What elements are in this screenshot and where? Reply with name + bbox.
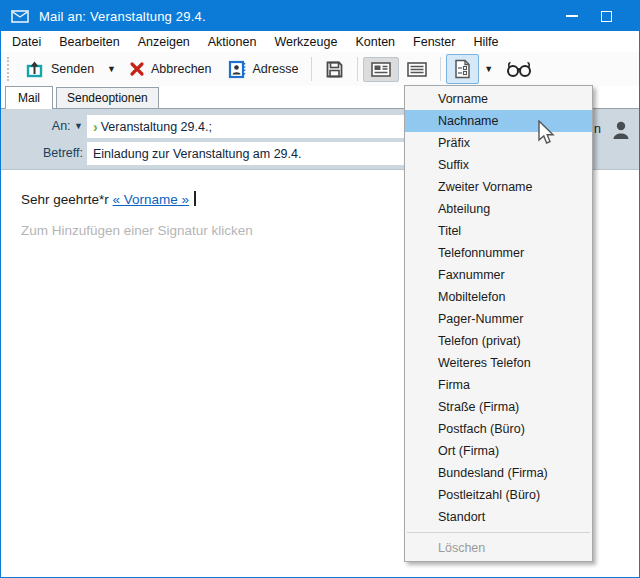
titlebar: Mail an: Veranstaltung 29.4. bbox=[1, 1, 639, 31]
save-icon bbox=[325, 60, 344, 79]
window-controls bbox=[555, 1, 639, 31]
text-cursor bbox=[194, 191, 196, 206]
toolbar-separator bbox=[311, 57, 312, 81]
menu-item-titel[interactable]: Titel bbox=[405, 220, 592, 242]
send-dropdown-caret[interactable]: ▼ bbox=[102, 60, 121, 78]
menu-hilfe[interactable]: Hilfe bbox=[464, 33, 507, 51]
layout-full-icon bbox=[407, 62, 427, 77]
menu-item-pager-nummer[interactable]: Pager-Nummer bbox=[405, 308, 592, 330]
menu-item-vorname[interactable]: Vorname bbox=[405, 88, 592, 110]
to-label-text: An: bbox=[52, 119, 71, 133]
maximize-button[interactable] bbox=[589, 1, 623, 31]
menu-item-standort[interactable]: Standort bbox=[405, 506, 592, 528]
send-button[interactable]: Senden bbox=[17, 54, 102, 84]
person-icon bbox=[610, 119, 632, 143]
send-icon bbox=[25, 59, 45, 79]
address-button[interactable]: Adresse bbox=[220, 55, 307, 84]
menu-konten[interactable]: Konten bbox=[346, 33, 404, 51]
menu-item-loeschen: Löschen bbox=[405, 537, 592, 559]
compose-window: Mail an: Veranstaltung 29.4. Datei Bearb… bbox=[0, 0, 640, 578]
tab-sendeoptionen[interactable]: Sendeoptionen bbox=[56, 87, 159, 108]
toolbar-separator bbox=[440, 57, 441, 81]
menu-werkzeuge[interactable]: Werkzeuge bbox=[265, 33, 346, 51]
menu-aktionen[interactable]: Aktionen bbox=[199, 33, 266, 51]
menu-item-weiteres-telefon[interactable]: Weiteres Telefon bbox=[405, 352, 592, 374]
cancel-label: Abbrechen bbox=[151, 62, 211, 76]
menu-fenster[interactable]: Fenster bbox=[404, 33, 464, 51]
read-mode-button[interactable] bbox=[498, 55, 540, 83]
partially-hidden-link-text[interactable]: n bbox=[594, 122, 601, 136]
menu-item-telefonnummer[interactable]: Telefonnummer bbox=[405, 242, 592, 264]
tab-mail[interactable]: Mail bbox=[5, 86, 53, 109]
glasses-icon bbox=[506, 60, 532, 78]
layout-full-button[interactable] bbox=[399, 57, 435, 82]
minimize-icon bbox=[566, 15, 578, 17]
menu-item-suffix[interactable]: Suffix bbox=[405, 154, 592, 176]
maximize-icon bbox=[601, 11, 612, 22]
menu-item-faxnummer[interactable]: Faxnummer bbox=[405, 264, 592, 286]
menu-item-abteilung[interactable]: Abteilung bbox=[405, 198, 592, 220]
cancel-x-icon bbox=[129, 61, 145, 77]
to-label[interactable]: An: ▼ bbox=[1, 119, 83, 133]
merge-field-button[interactable] bbox=[446, 54, 479, 84]
merge-field-dropdown-caret[interactable]: ▼ bbox=[479, 60, 498, 78]
layout-split-icon bbox=[371, 62, 391, 77]
layout-split-button[interactable] bbox=[363, 57, 399, 82]
menu-datei[interactable]: Datei bbox=[3, 33, 50, 51]
menu-item-mobiltelefon[interactable]: Mobiltelefon bbox=[405, 286, 592, 308]
toolbar: Senden ▼ Abbrechen Adresse bbox=[1, 52, 639, 86]
merge-field-icon bbox=[454, 59, 471, 79]
toolbar-grip[interactable] bbox=[7, 57, 11, 81]
envelope-icon bbox=[11, 10, 29, 23]
send-label: Senden bbox=[51, 62, 94, 76]
merge-field-dropdown-menu: Vorname Nachname Präfix Suffix Zweiter V… bbox=[404, 85, 593, 562]
to-dropdown-caret: ▼ bbox=[74, 121, 83, 131]
menu-item-bundesland-firma[interactable]: Bundesland (Firma) bbox=[405, 462, 592, 484]
address-label: Adresse bbox=[253, 62, 299, 76]
group-expand-chevron[interactable]: › bbox=[93, 120, 98, 134]
address-book-icon bbox=[228, 60, 247, 79]
menu-item-postfach-buero[interactable]: Postfach (Büro) bbox=[405, 418, 592, 440]
menu-item-firma[interactable]: Firma bbox=[405, 374, 592, 396]
menu-separator bbox=[407, 532, 590, 533]
subject-value: Einladung zur Veranstaltung am 29.4. bbox=[93, 147, 301, 161]
subject-label-text: Betreff: bbox=[43, 146, 83, 160]
menu-item-zweiter-vorname[interactable]: Zweiter Vorname bbox=[405, 176, 592, 198]
menu-item-ort-firma[interactable]: Ort (Firma) bbox=[405, 440, 592, 462]
greeting-text: Sehr geehrte*r bbox=[21, 192, 109, 207]
to-value: Veranstaltung 29.4.; bbox=[101, 120, 212, 134]
minimize-button[interactable] bbox=[555, 1, 589, 31]
subject-label: Betreff: bbox=[1, 146, 83, 160]
save-button[interactable] bbox=[317, 55, 352, 84]
menu-anzeigen[interactable]: Anzeigen bbox=[129, 33, 199, 51]
menubar: Datei Bearbeiten Anzeigen Aktionen Werkz… bbox=[1, 31, 639, 52]
window-title: Mail an: Veranstaltung 29.4. bbox=[39, 9, 206, 24]
merge-field-vorname[interactable]: « Vorname » bbox=[113, 192, 190, 207]
menu-item-nachname[interactable]: Nachname bbox=[405, 110, 592, 132]
menu-item-praefix[interactable]: Präfix bbox=[405, 132, 592, 154]
cancel-button[interactable]: Abbrechen bbox=[121, 56, 219, 82]
toolbar-separator bbox=[357, 57, 358, 81]
menu-item-telefon-privat[interactable]: Telefon (privat) bbox=[405, 330, 592, 352]
menu-item-postleitzahl-buero[interactable]: Postleitzahl (Büro) bbox=[405, 484, 592, 506]
contact-picker-button[interactable] bbox=[608, 117, 634, 145]
menu-bearbeiten[interactable]: Bearbeiten bbox=[50, 33, 128, 51]
menu-item-strasse-firma[interactable]: Straße (Firma) bbox=[405, 396, 592, 418]
